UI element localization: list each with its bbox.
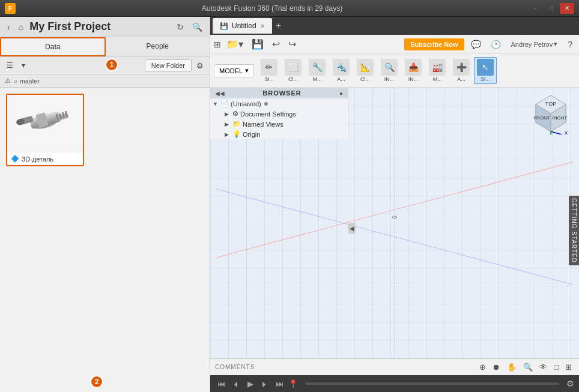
anim-play-button[interactable]: ▶ xyxy=(245,378,256,390)
nav-home-button[interactable]: ⌂ xyxy=(16,21,26,33)
anim-start-button[interactable]: ⏮ xyxy=(215,378,228,390)
pan-button[interactable]: ✋ xyxy=(505,361,519,373)
minimize-button[interactable]: − xyxy=(529,3,543,14)
origin-expand-icon: ▶ xyxy=(225,131,231,137)
browser-title: BROWSER xyxy=(262,89,301,97)
collapse-browser-button[interactable]: ◀ xyxy=(348,223,356,234)
getting-started-panel[interactable]: GETTING STARTED xyxy=(569,196,579,265)
render-button[interactable]: □ xyxy=(551,361,561,373)
window-title: Autodesk Fusion 360 (Trial ends in 29 da… xyxy=(16,4,529,13)
timeline-bar[interactable] xyxy=(305,382,559,385)
doc-tab-untitled[interactable]: 💾 Untitled ✕ xyxy=(213,18,272,34)
anim-prev-button[interactable]: ⏴ xyxy=(230,378,243,390)
list-view-button[interactable]: ☰ xyxy=(4,59,16,71)
branch-warning-icon: ⚠ xyxy=(5,77,11,85)
branch-circle-icon: ○ xyxy=(13,77,17,85)
svg-text:X: X xyxy=(565,130,568,134)
subscribe-button[interactable]: Subscribe Now xyxy=(404,38,464,50)
make-label: M... xyxy=(433,76,442,82)
browser-header: ◀◀ BROWSER ● xyxy=(210,88,348,98)
view-toggle-button[interactable]: ▾ xyxy=(19,59,28,71)
root-expand-icon: ▼ xyxy=(213,101,219,107)
snap-button[interactable]: ⊕ xyxy=(477,361,488,373)
comments-label: COMMENTS xyxy=(215,364,259,370)
tab-save-icon: 💾 xyxy=(220,22,228,30)
view-button[interactable]: 👁 xyxy=(537,361,550,373)
redo-button[interactable]: ↪ xyxy=(285,37,299,51)
sketch-tool-button[interactable]: ✏ Sl... xyxy=(258,57,280,84)
browser-panel: ◀◀ BROWSER ● ▼ 📄 (Unsaved) xyxy=(210,88,348,139)
modify-tool-button[interactable]: 🔧 M... xyxy=(306,57,329,84)
browser-dots-button[interactable]: ● xyxy=(339,90,343,97)
make-tool-button[interactable]: 🏭 M... xyxy=(426,57,449,84)
tab-people[interactable]: People xyxy=(106,37,210,56)
main-layout: ‹ ⌂ My First Project ↻ 🔍 Data People ☰ ▾… xyxy=(0,17,579,392)
insert-tool-button[interactable]: 📥 IN... xyxy=(402,57,425,84)
nav-back-button[interactable]: ‹ xyxy=(5,21,13,33)
search-button[interactable]: 🔍 xyxy=(190,21,205,33)
tab-title: Untitled xyxy=(232,22,256,30)
origin-label: Origin xyxy=(243,131,260,138)
browser-named-views[interactable]: ▶ 📁 Named Views xyxy=(210,119,348,129)
select-label: Sl... xyxy=(480,76,490,82)
grid-button[interactable]: ⊞ xyxy=(563,361,574,373)
annotation-2: 2 xyxy=(90,375,103,388)
select-tool-button[interactable]: ↖ Sl... xyxy=(474,57,497,84)
maximize-button[interactable]: □ xyxy=(544,3,559,14)
user-menu-button[interactable]: Andrey Petrov ▾ xyxy=(508,39,562,49)
insert-icon: 📥 xyxy=(405,59,422,76)
model-dropdown-arrow: ▾ xyxy=(245,67,249,74)
settings-gear-button[interactable]: ⚙ xyxy=(194,60,206,71)
title-bar: F Autodesk Fusion 360 (Trial ends in 29 … xyxy=(0,0,579,17)
file-open-button[interactable]: 📁▾ xyxy=(223,37,246,51)
model-dropdown[interactable]: MODEL ▾ xyxy=(214,64,254,77)
history-button[interactable]: 🕐 xyxy=(488,38,504,50)
browser-collapse-button[interactable]: ◀◀ xyxy=(215,90,225,97)
settings-icon: ⚙ xyxy=(232,110,238,118)
file-thumbnail xyxy=(7,95,83,152)
refresh-button[interactable]: ↻ xyxy=(174,21,186,33)
construct-label: Cl... xyxy=(360,76,370,82)
save-button[interactable]: 💾 xyxy=(249,37,267,51)
file-card-3d[interactable]: 🔷 3D-деталь xyxy=(6,94,84,166)
assemble-tool-button[interactable]: 🔩 A... xyxy=(330,57,353,84)
construct-tool-button[interactable]: 📐 Cl... xyxy=(354,57,377,84)
file-list: 🔷 3D-деталь 2 xyxy=(0,88,210,392)
close-button[interactable]: ✕ xyxy=(560,3,574,14)
browser-doc-settings[interactable]: ▶ ⚙ Document Settings xyxy=(210,109,348,119)
browser-root-item[interactable]: ▼ 📄 (Unsaved) xyxy=(210,98,348,109)
tab-data[interactable]: Data xyxy=(0,37,106,56)
new-folder-button[interactable]: New Folder xyxy=(145,59,192,71)
modify-label: M... xyxy=(313,76,322,82)
addins-label: A... xyxy=(457,76,465,82)
doc-settings-label: Document Settings xyxy=(240,110,296,118)
create-icon: ⬜ xyxy=(285,59,302,76)
create-tool-button[interactable]: ⬜ Cl... xyxy=(282,57,305,84)
inspect-label: IN... xyxy=(384,76,395,82)
modify-icon: 🔧 xyxy=(309,59,326,76)
assemble-icon: 🔩 xyxy=(333,59,350,76)
bottom-bar: COMMENTS ⊕ ⏺ ✋ 🔍 👁 □ ⊞ xyxy=(210,358,579,375)
anim-end-button[interactable]: ⏭ xyxy=(273,378,286,390)
zoom-button[interactable]: 🔍 xyxy=(521,361,535,373)
anim-next-button[interactable]: ⏵ xyxy=(258,378,271,390)
chat-button[interactable]: 💬 xyxy=(468,38,484,50)
record-button[interactable]: ⏺ xyxy=(490,361,503,373)
user-chevron-icon: ▾ xyxy=(554,40,557,48)
browser-origin[interactable]: ▶ 💡 Origin xyxy=(210,129,348,139)
addins-tool-button[interactable]: ➕ A... xyxy=(450,57,473,84)
undo-button[interactable]: ↩ xyxy=(269,37,283,51)
viewport-area[interactable]: ◀◀ BROWSER ● ▼ 📄 (Unsaved) xyxy=(210,88,579,358)
anim-settings-button[interactable]: ⚙ xyxy=(566,379,574,388)
views-icon: 📁 xyxy=(232,120,241,128)
inspect-icon: 🔍 xyxy=(381,59,398,76)
branch-label: master xyxy=(20,77,40,85)
svg-text:RIGHT: RIGHT xyxy=(553,115,568,121)
inspect-tool-button[interactable]: 🔍 IN... xyxy=(378,57,401,84)
annotation-1: 1 xyxy=(105,58,118,71)
sketch-label: Sl... xyxy=(264,76,274,82)
help-button[interactable]: ? xyxy=(565,38,575,50)
add-tab-button[interactable]: + xyxy=(276,20,281,31)
tab-close-button[interactable]: ✕ xyxy=(260,23,265,29)
view-cube[interactable]: TOP RIGHT FRONT X Z xyxy=(530,92,572,134)
